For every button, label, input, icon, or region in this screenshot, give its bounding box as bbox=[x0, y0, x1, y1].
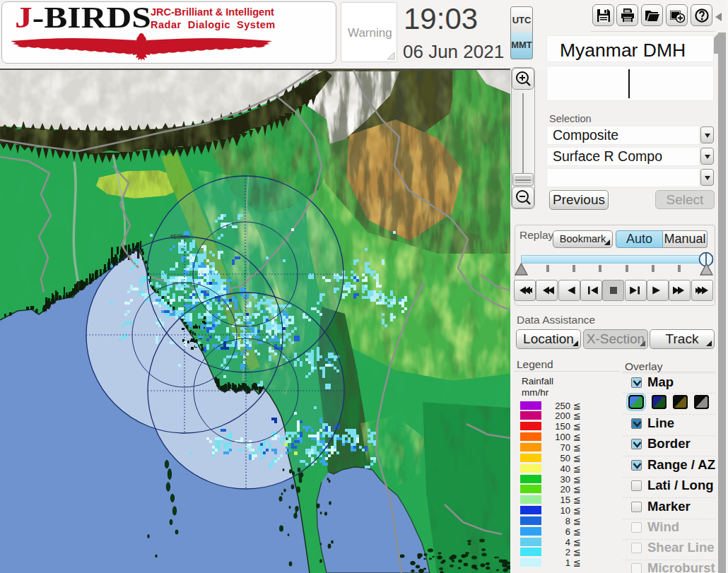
svg-text:450km: 450km bbox=[170, 232, 190, 240]
